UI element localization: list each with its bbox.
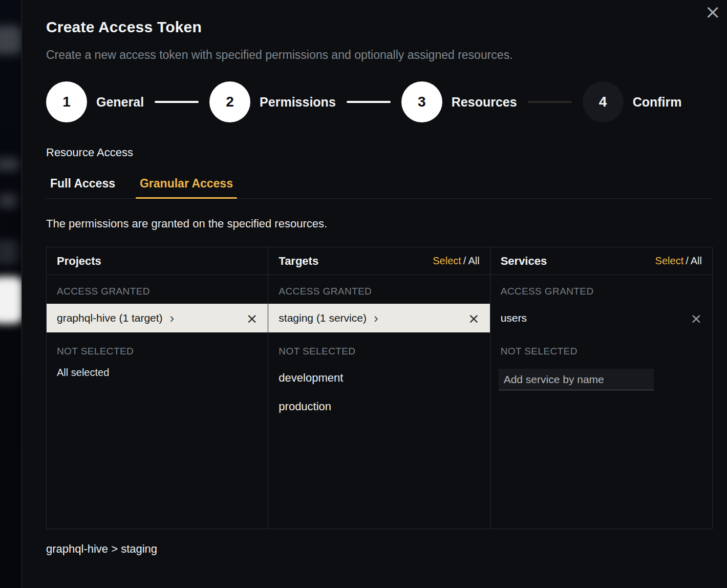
close-icon[interactable]: ×: [704, 2, 721, 22]
step-label: General: [96, 95, 144, 110]
select-all-separator: /: [686, 255, 689, 266]
create-access-token-modal: × Create Access Token Create a new acces…: [22, 0, 727, 588]
targets-column: Targets Select/All ACCESS GRANTED stagin…: [268, 247, 490, 529]
not-selected-label: NOT SELECTED: [268, 332, 489, 364]
chevron-right-icon: ›: [170, 311, 175, 325]
column-title: Projects: [57, 255, 101, 268]
background-blur-shape: [0, 26, 22, 54]
background-page: [0, 0, 22, 588]
projects-status-text: All selected: [47, 364, 268, 386]
remove-target-icon[interactable]: ×: [468, 311, 480, 325]
target-option-development[interactable]: development: [268, 364, 489, 392]
background-blur-shape: [0, 194, 16, 208]
granted-target-row[interactable]: staging (1 service) › ×: [268, 304, 489, 332]
resource-access-heading: Resource Access: [46, 146, 713, 159]
background-blur-shape: [0, 158, 18, 171]
granted-service-label: users: [501, 312, 527, 324]
column-title: Targets: [279, 255, 318, 268]
access-granted-label: ACCESS GRANTED: [268, 275, 489, 304]
chevron-right-icon: ›: [374, 311, 378, 325]
services-column: Services Select/All ACCESS GRANTED users…: [490, 247, 712, 529]
targets-all-link[interactable]: All: [468, 255, 479, 267]
access-granted-label: ACCESS GRANTED: [47, 275, 268, 304]
column-title: Services: [501, 255, 547, 268]
background-blur-shape: [0, 277, 22, 324]
step-number-circle: 4: [583, 81, 624, 122]
targets-header: Targets Select/All: [268, 247, 489, 275]
step-label: Confirm: [633, 95, 682, 110]
page-title: Create Access Token: [46, 0, 713, 36]
stepper: 1 General 2 Permissions 3 Resources 4 Co…: [46, 81, 713, 122]
breadcrumb: graphql-hive > staging: [46, 542, 713, 556]
projects-header: Projects: [47, 247, 268, 275]
granted-project-label: graphql-hive (1 target): [57, 312, 163, 324]
granted-target-label: staging (1 service): [279, 312, 367, 324]
step-label: Permissions: [260, 95, 336, 110]
tab-full-access[interactable]: Full Access: [46, 173, 119, 198]
stepper-connector: [155, 101, 199, 103]
step-number-circle: 3: [401, 81, 442, 122]
step-confirm[interactable]: 4 Confirm: [583, 81, 682, 122]
access-tabs: Full Access Granular Access: [46, 173, 713, 199]
target-option-production[interactable]: production: [268, 392, 489, 421]
tab-granular-access[interactable]: Granular Access: [136, 173, 237, 198]
targets-select-link[interactable]: Select: [433, 255, 461, 267]
step-number-circle: 2: [209, 81, 250, 122]
select-all-separator: /: [463, 255, 466, 266]
modal-subtitle: Create a new access token with specified…: [46, 48, 713, 62]
granted-project-row[interactable]: graphql-hive (1 target) › ×: [47, 304, 268, 332]
step-label: Resources: [452, 95, 517, 110]
permissions-description: The permissions are granted on the speci…: [46, 217, 713, 230]
background-blur-shape: [0, 240, 17, 264]
not-selected-label: NOT SELECTED: [47, 332, 268, 364]
granted-service-row[interactable]: users ×: [490, 304, 712, 332]
remove-service-icon[interactable]: ×: [690, 311, 702, 325]
access-granted-label: ACCESS GRANTED: [490, 275, 712, 304]
stepper-connector: [347, 101, 391, 103]
projects-column: Projects ACCESS GRANTED graphql-hive (1 …: [47, 247, 268, 529]
resource-table: Projects ACCESS GRANTED graphql-hive (1 …: [46, 247, 713, 529]
add-service-input[interactable]: [499, 369, 654, 390]
step-permissions[interactable]: 2 Permissions: [209, 81, 336, 122]
services-header: Services Select/All: [490, 247, 712, 275]
step-number-circle: 1: [46, 81, 87, 122]
targets-select-all: Select/All: [433, 255, 479, 267]
stepper-connector: [528, 101, 572, 103]
step-resources[interactable]: 3 Resources: [401, 81, 517, 122]
not-selected-label: NOT SELECTED: [490, 332, 712, 364]
remove-project-icon[interactable]: ×: [246, 311, 258, 325]
services-all-link[interactable]: All: [691, 255, 702, 267]
step-general[interactable]: 1 General: [46, 81, 144, 122]
services-select-all: Select/All: [655, 255, 702, 267]
services-select-link[interactable]: Select: [655, 255, 684, 267]
